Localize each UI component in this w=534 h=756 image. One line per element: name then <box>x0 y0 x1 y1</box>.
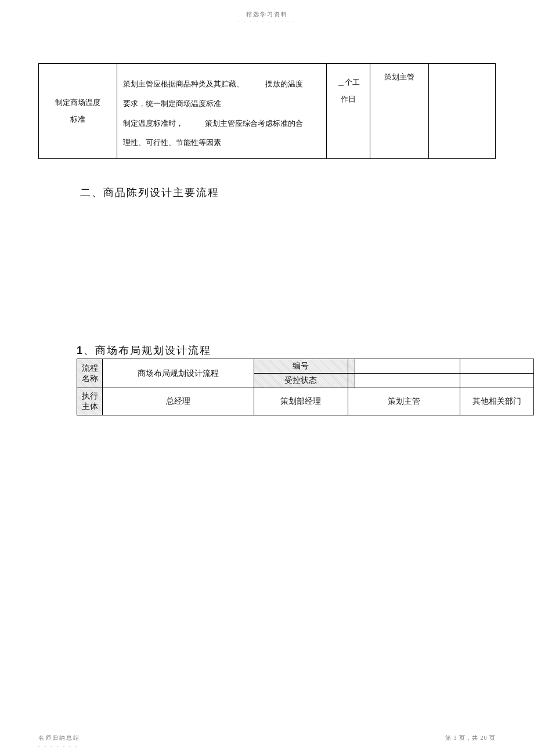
t2-party-1: 总经理 <box>103 388 254 415</box>
t2-state-label: 受控状态 <box>254 374 348 388</box>
t1-p3a: 制定温度标准时， <box>123 119 183 128</box>
t1-p3b: 策划主管应综合考虑标准的合 <box>205 114 303 133</box>
t1-responsible: 策划主管 <box>370 64 429 159</box>
t1-p3: 制定温度标准时， 策划主管应综合考虑标准的合 <box>123 114 320 133</box>
footer-left-dashes: - - - - - - - <box>38 744 79 749</box>
t2-party-3: 策划主管 <box>348 388 460 415</box>
t2-thin-2 <box>348 374 355 388</box>
t1-p1a: 策划主管应根据商品种类及其贮藏、 <box>123 79 244 88</box>
subsection-sep: 、 <box>84 345 95 356</box>
t2-left-label-2b: 主体 <box>77 401 102 412</box>
page-header-label: 精选学习资料 <box>0 10 534 19</box>
t1-time: ＿个工 作日 <box>327 64 370 159</box>
t2-end <box>460 359 533 374</box>
t1-p4: 理性、可行性、节能性等因素 <box>123 133 320 153</box>
t1-p1: 策划主管应根据商品种类及其贮藏、 摆放的温度 <box>123 74 320 94</box>
t1-p2: 要求，统一制定商场温度标准 <box>123 94 320 114</box>
t2-party-2: 策划部经理 <box>254 388 348 415</box>
page: 精选学习资料 - - - - - - - - - - 制定商场温度 标准 策划主… <box>0 0 534 756</box>
t2-thin-1 <box>348 359 355 374</box>
footer-right: 第 3 页，共 20 页 <box>445 734 496 742</box>
t2-end-2 <box>460 374 533 388</box>
t1-time-line2: 作日 <box>333 91 364 108</box>
subsection-heading-1: 1、商场布局规划设计流程 <box>77 343 211 357</box>
t1-rowlabel: 制定商场温度 标准 <box>39 64 117 159</box>
t2-code-value <box>355 359 460 374</box>
t2-left-label-1b: 名称 <box>77 374 102 384</box>
table-temperature-standard: 制定商场温度 标准 策划主管应根据商品种类及其贮藏、 摆放的温度 要求，统一制定… <box>38 63 496 159</box>
t1-time-line1: ＿个工 <box>333 74 364 91</box>
t2-left-label-2: 执行 主体 <box>77 388 103 415</box>
table-layout-process: 流程 名称 商场布局规划设计流程 编号 受控状态 执行 主体 总经理 策划部经理… <box>77 359 534 415</box>
subsection-text: 商场布局规划设计流程 <box>95 345 211 356</box>
t1-p1b: 摆放的温度 <box>265 74 303 94</box>
t2-left-label-1: 流程 名称 <box>77 359 103 388</box>
t2-party-4: 其他相关部门 <box>460 388 533 415</box>
section-heading-2: 二、商品陈列设计主要流程 <box>80 186 219 200</box>
subsection-number: 1 <box>77 345 84 356</box>
t2-process-name: 商场布局规划设计流程 <box>103 359 254 388</box>
footer-left: 名师归纳总结 <box>38 734 80 742</box>
t1-rowlabel-line1: 制定商场温度 <box>45 95 111 111</box>
t2-state-value <box>355 374 460 388</box>
t1-content: 策划主管应根据商品种类及其贮藏、 摆放的温度 要求，统一制定商场温度标准 制定温… <box>117 64 327 159</box>
t2-left-label-1a: 流程 <box>77 363 102 374</box>
t2-left-label-2a: 执行 <box>77 391 102 401</box>
t2-code-label: 编号 <box>254 359 348 374</box>
t1-empty <box>429 64 496 159</box>
page-header-dashes: - - - - - - - - - - <box>0 19 534 24</box>
t1-rowlabel-line2: 标准 <box>45 111 111 128</box>
